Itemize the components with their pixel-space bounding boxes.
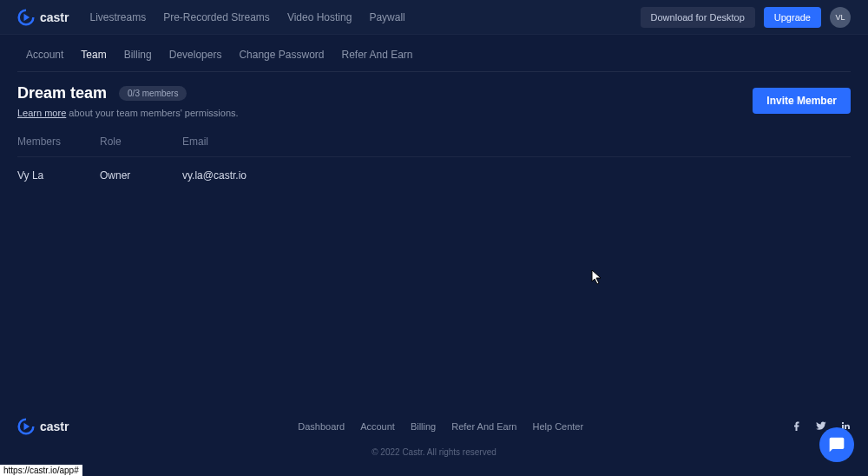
nav-livestreams[interactable]: Livestreams	[89, 11, 146, 23]
topbar: castr Livestreams Pre-Recorded Streams V…	[0, 0, 868, 35]
nav-prerecorded[interactable]: Pre-Recorded Streams	[163, 11, 270, 23]
tab-team[interactable]: Team	[81, 49, 106, 61]
chat-widget-button[interactable]	[819, 427, 854, 462]
download-desktop-button[interactable]: Download for Desktop	[641, 7, 755, 28]
tab-billing[interactable]: Billing	[124, 49, 152, 61]
col-header-role: Role	[100, 136, 182, 148]
nav-paywall[interactable]: Paywall	[369, 11, 404, 23]
subtext-tail: about your team members' permissions.	[66, 108, 238, 118]
logo-icon	[17, 418, 35, 435]
footer-nav-account[interactable]: Account	[360, 421, 395, 432]
footer-top: castr Dashboard Account Billing Refer An…	[17, 418, 851, 435]
nav-video-hosting[interactable]: Video Hosting	[287, 11, 352, 23]
tab-change-password[interactable]: Change Password	[239, 49, 324, 61]
copyright: © 2022 Castr. All rights reserved	[17, 447, 851, 457]
tab-refer-earn[interactable]: Refer And Earn	[341, 49, 412, 61]
sub-nav: Account Team Billing Developers Change P…	[17, 35, 851, 72]
table-head: Members Role Email	[17, 136, 851, 157]
content: Account Team Billing Developers Change P…	[0, 35, 868, 194]
tab-developers[interactable]: Developers	[169, 49, 222, 61]
avatar[interactable]: VL	[830, 7, 851, 28]
chat-icon	[828, 436, 845, 453]
page-subtext: Learn more about your team members' perm…	[17, 108, 239, 118]
invite-member-button[interactable]: Invite Member	[753, 88, 851, 114]
footer: castr Dashboard Account Billing Refer An…	[0, 418, 868, 457]
members-table: Members Role Email Vy La Owner vy.la@cas…	[17, 136, 851, 194]
member-count-badge: 0/3 members	[119, 86, 187, 101]
footer-nav-help[interactable]: Help Center	[532, 421, 583, 432]
learn-more-link[interactable]: Learn more	[17, 108, 66, 118]
upgrade-button[interactable]: Upgrade	[764, 7, 821, 28]
logo[interactable]: castr	[17, 9, 69, 26]
cell-email: vy.la@castr.io	[182, 169, 851, 182]
page-header-left: Dream team 0/3 members Learn more about …	[17, 84, 239, 118]
footer-nav-dashboard[interactable]: Dashboard	[298, 421, 345, 432]
footer-nav: Dashboard Account Billing Refer And Earn…	[298, 421, 583, 432]
col-header-members: Members	[17, 136, 100, 148]
cell-role: Owner	[100, 169, 182, 182]
brand-text: castr	[40, 10, 69, 24]
tab-account[interactable]: Account	[26, 49, 63, 61]
status-bar-url: https://castr.io/app#	[0, 465, 82, 476]
cell-name: Vy La	[17, 169, 100, 182]
footer-logo[interactable]: castr	[17, 418, 69, 435]
logo-icon	[17, 9, 35, 26]
page-title-row: Dream team 0/3 members	[17, 84, 239, 102]
table-row: Vy La Owner vy.la@castr.io	[17, 157, 851, 194]
footer-brand-text: castr	[40, 420, 69, 433]
col-header-email: Email	[182, 136, 851, 148]
footer-nav-billing[interactable]: Billing	[411, 421, 436, 432]
top-nav: Livestreams Pre-Recorded Streams Video H…	[89, 11, 640, 23]
page-header: Dream team 0/3 members Learn more about …	[17, 72, 851, 118]
page-title: Dream team	[17, 84, 107, 102]
cursor-icon	[591, 269, 603, 285]
top-actions: Download for Desktop Upgrade VL	[641, 7, 851, 28]
footer-nav-refer[interactable]: Refer And Earn	[451, 421, 516, 432]
facebook-icon[interactable]	[792, 420, 802, 433]
